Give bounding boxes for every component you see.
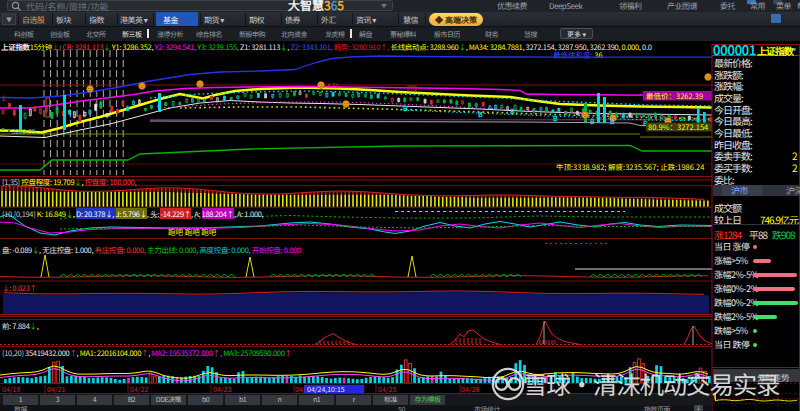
svg-text:雪球·清沫机动交易实录: 雪球·清沫机动交易实录 xyxy=(523,366,780,401)
